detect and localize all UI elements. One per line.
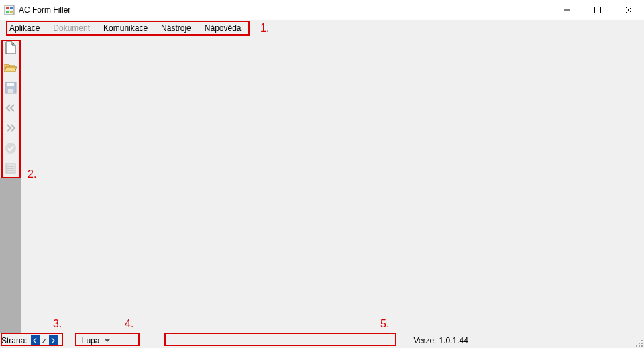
svg-point-19 (641, 343, 643, 344)
close-button[interactable] (613, 0, 644, 20)
app-icon (4, 5, 15, 15)
svg-point-17 (641, 340, 643, 341)
version-value: 1.0.1.44 (439, 336, 468, 345)
menu-napoveda[interactable]: Nápověda (198, 20, 248, 36)
svg-rect-3 (6, 11, 9, 13)
page-prev-button[interactable] (31, 335, 40, 346)
zoom-dropdown[interactable]: Lupa (76, 333, 116, 348)
menu-nastroje[interactable]: Nástroje (154, 20, 198, 36)
prev-page-button (1, 98, 21, 118)
next-page-button (1, 118, 21, 138)
maximize-button[interactable] (582, 0, 613, 20)
svg-rect-10 (7, 83, 14, 86)
status-message-area (160, 333, 388, 348)
prev-page-icon (5, 103, 17, 113)
page-label: Strana: (1, 336, 28, 345)
svg-point-12 (5, 143, 16, 154)
details-icon (5, 162, 17, 174)
title-bar: AC Form Filler (0, 0, 644, 20)
svg-point-22 (641, 345, 643, 347)
zoom-label: Lupa (82, 336, 100, 345)
status-separator (72, 335, 72, 347)
window-controls (551, 0, 644, 20)
version-label: Verze: (413, 336, 436, 345)
svg-rect-6 (595, 7, 601, 13)
minimize-button[interactable] (551, 0, 582, 20)
menu-bar: Aplikace Dokument Komunikace Nástroje Ná… (0, 20, 644, 36)
save-button (1, 78, 21, 98)
details-button (1, 158, 21, 178)
menu-aplikace[interactable]: Aplikace (3, 20, 46, 36)
window-title: AC Form Filler (19, 5, 70, 15)
svg-point-21 (639, 345, 640, 347)
open-folder-icon (4, 62, 17, 74)
new-file-button[interactable] (1, 38, 21, 58)
next-page-icon (5, 123, 17, 133)
svg-rect-1 (6, 7, 9, 9)
svg-rect-11 (8, 89, 13, 93)
menu-dokument: Dokument (46, 20, 97, 36)
check-button (1, 138, 21, 158)
resize-grip[interactable] (634, 338, 643, 347)
check-icon (5, 142, 17, 154)
version-chunk: Verze: 1.0.1.44 (413, 333, 468, 348)
page-nav-chunk: Strana: z (1, 333, 58, 348)
open-folder-button[interactable] (1, 58, 21, 78)
chevron-down-icon (105, 339, 110, 343)
svg-rect-2 (10, 7, 13, 9)
status-bar: Strana: z Lupa Verze: 1.0.1.44 (0, 333, 644, 348)
status-separator (129, 335, 129, 347)
new-file-icon (5, 41, 17, 54)
side-strip (0, 178, 21, 333)
document-area (21, 36, 644, 333)
save-icon (5, 82, 17, 94)
page-separator: z (40, 336, 48, 345)
main-area (0, 36, 644, 333)
svg-point-20 (636, 345, 637, 347)
menu-komunikace[interactable]: Komunikace (97, 20, 154, 36)
status-separator (409, 335, 409, 347)
vertical-toolbar (0, 36, 21, 178)
page-next-button[interactable] (49, 335, 58, 346)
svg-point-18 (639, 343, 640, 344)
svg-rect-4 (10, 11, 13, 13)
